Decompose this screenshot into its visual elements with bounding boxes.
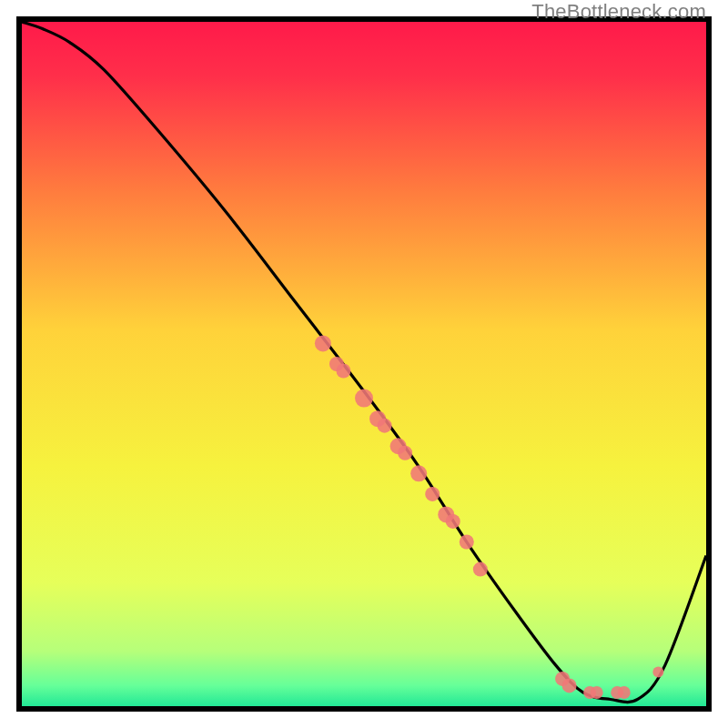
marker-point	[425, 487, 440, 501]
marker-point	[460, 535, 474, 550]
marker-point	[315, 335, 331, 351]
marker-point	[618, 686, 631, 699]
marker-point	[446, 514, 460, 529]
marker-point	[591, 686, 603, 699]
bottleneck-chart	[22, 22, 706, 706]
marker-point	[336, 364, 350, 379]
marker-point	[652, 666, 663, 677]
marker-point	[355, 389, 373, 408]
marker-point	[562, 678, 577, 693]
watermark-text: TheBottleneck.com	[531, 0, 706, 24]
marker-point	[410, 465, 427, 481]
marker-point	[398, 446, 412, 460]
chart-frame	[16, 16, 712, 712]
marker-point	[378, 419, 392, 433]
gradient-background	[22, 22, 706, 706]
marker-point	[473, 562, 488, 577]
